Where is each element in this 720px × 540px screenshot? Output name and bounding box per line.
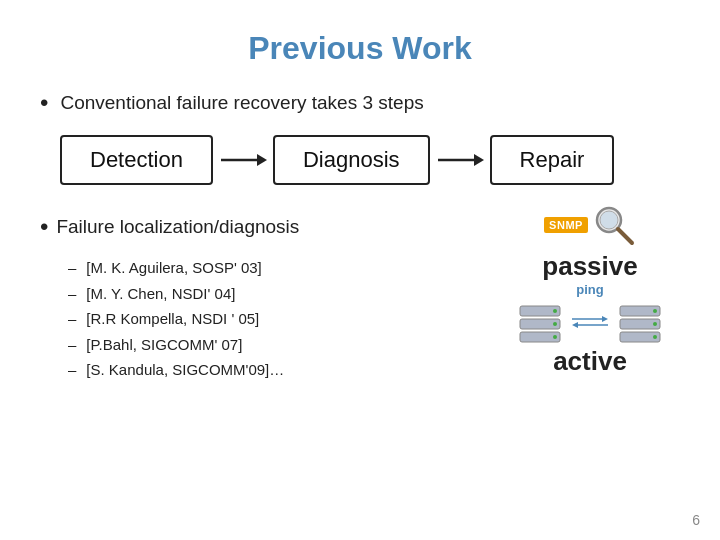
ref-item-4: – [P.Bahl, SIGCOMM' 07]	[68, 332, 500, 358]
svg-point-10	[553, 309, 557, 313]
snmp-magnifier-icon: SNMP	[544, 203, 636, 247]
ref-5-text: [S. Kandula, SIGCOMM'09]…	[86, 357, 284, 383]
svg-point-20	[653, 309, 657, 313]
references-list: – [M. K. Aguilera, SOSP' 03] – [M. Y. Ch…	[68, 255, 500, 383]
svg-point-22	[653, 335, 657, 339]
svg-point-5	[600, 211, 618, 229]
bullet-2-text: Failure localization/diagnosis	[56, 216, 299, 238]
dash-1: –	[68, 255, 76, 281]
bullet-1-text: Conventional failure recovery takes 3 st…	[60, 92, 423, 114]
svg-point-12	[553, 335, 557, 339]
slide-title: Previous Work	[40, 30, 680, 67]
svg-marker-1	[257, 154, 267, 166]
svg-marker-14	[602, 316, 608, 322]
bottom-section: • Failure localization/diagnosis – [M. K…	[40, 213, 680, 383]
bullet-2: • Failure localization/diagnosis	[40, 213, 500, 241]
dash-3: –	[68, 306, 76, 332]
ref-item-1: – [M. K. Aguilera, SOSP' 03]	[68, 255, 500, 281]
slide-number: 6	[692, 512, 700, 528]
right-content: SNMP passive ping	[500, 203, 680, 377]
bullet-dot-2: •	[40, 213, 48, 241]
magnifier-icon	[592, 203, 636, 247]
dash-5: –	[68, 357, 76, 383]
server-left-icon	[516, 300, 564, 344]
bullet-1: • Conventional failure recovery takes 3 …	[40, 89, 680, 117]
steps-row: Detection Diagnosis Repair	[60, 135, 680, 185]
slide: Previous Work • Conventional failure rec…	[0, 0, 720, 540]
left-content: • Failure localization/diagnosis – [M. K…	[40, 213, 500, 383]
step-repair: Repair	[490, 135, 615, 185]
svg-point-21	[653, 322, 657, 326]
ref-3-text: [R.R Kompella, NSDI ' 05]	[86, 306, 259, 332]
snmp-label: SNMP	[544, 217, 588, 233]
dash-4: –	[68, 332, 76, 358]
svg-marker-16	[572, 322, 578, 328]
ping-arrow-icon	[570, 314, 610, 330]
ref-2-text: [M. Y. Chen, NSDI' 04]	[86, 281, 235, 307]
ref-4-text: [P.Bahl, SIGCOMM' 07]	[86, 332, 242, 358]
svg-marker-3	[474, 154, 484, 166]
svg-point-11	[553, 322, 557, 326]
dash-2: –	[68, 281, 76, 307]
ref-1-text: [M. K. Aguilera, SOSP' 03]	[86, 255, 261, 281]
server-right-icon	[616, 300, 664, 344]
passive-block: SNMP passive	[542, 203, 637, 282]
bullet-dot-1: •	[40, 89, 48, 117]
ref-item-3: – [R.R Kompella, NSDI ' 05]	[68, 306, 500, 332]
arrow-2	[436, 146, 484, 174]
step-detection: Detection	[60, 135, 213, 185]
active-block: ping	[516, 300, 664, 377]
ping-row: ping	[516, 300, 664, 344]
ping-label: ping	[576, 282, 603, 297]
ref-item-5: – [S. Kandula, SIGCOMM'09]…	[68, 357, 500, 383]
passive-text: passive	[542, 251, 637, 282]
step-diagnosis: Diagnosis	[273, 135, 430, 185]
ref-item-2: – [M. Y. Chen, NSDI' 04]	[68, 281, 500, 307]
arrow-1	[219, 146, 267, 174]
active-text: active	[553, 346, 627, 377]
svg-line-6	[618, 229, 632, 243]
